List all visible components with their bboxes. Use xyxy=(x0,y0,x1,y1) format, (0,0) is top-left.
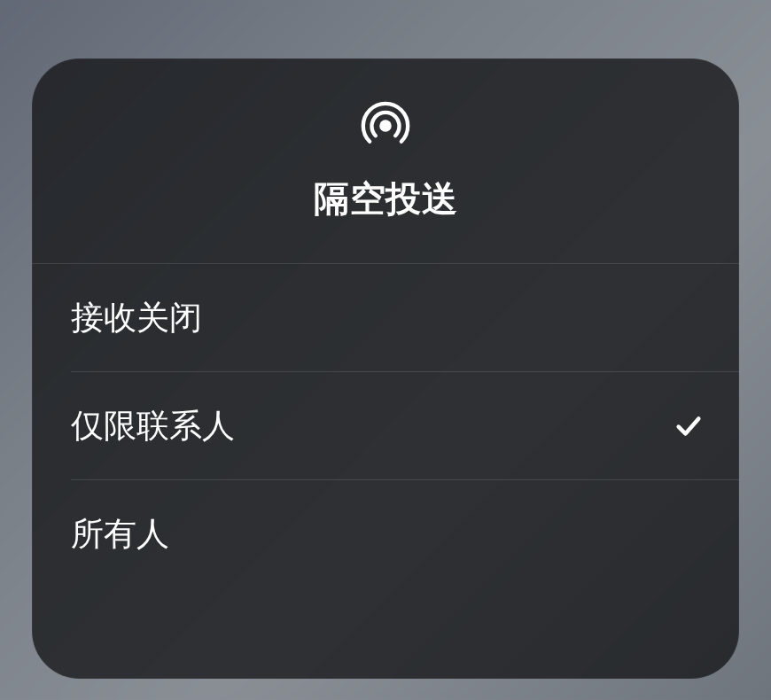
option-receiving-off[interactable]: 接收关闭 xyxy=(32,264,739,372)
option-label: 接收关闭 xyxy=(71,296,202,340)
checkmark-icon xyxy=(674,411,704,441)
options-list: 接收关闭 仅限联系人 所有人 xyxy=(32,264,739,588)
panel-title: 隔空投送 xyxy=(314,175,457,223)
airdrop-icon xyxy=(358,98,413,153)
airdrop-settings-panel: 隔空投送 接收关闭 仅限联系人 所有人 xyxy=(32,58,739,679)
option-label: 仅限联系人 xyxy=(71,404,235,448)
option-contacts-only[interactable]: 仅限联系人 xyxy=(32,372,739,480)
option-everyone[interactable]: 所有人 xyxy=(32,480,739,588)
panel-header: 隔空投送 xyxy=(32,58,739,264)
option-label: 所有人 xyxy=(71,512,169,556)
svg-point-0 xyxy=(379,120,392,132)
